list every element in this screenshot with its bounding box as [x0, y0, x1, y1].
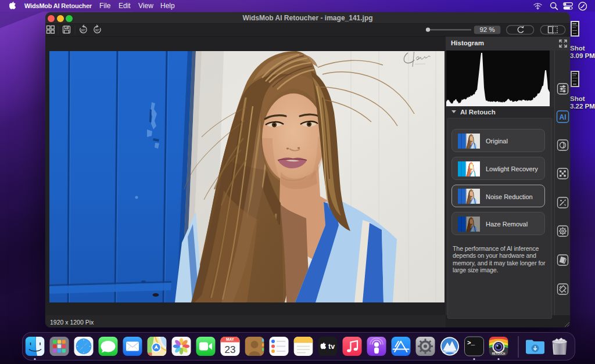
- svg-text:AI: AI: [560, 113, 567, 121]
- svg-text:>_: >_: [467, 340, 475, 347]
- svg-text:RETOUCH: RETOUCH: [492, 352, 506, 355]
- svg-text:90°: 90°: [95, 28, 100, 32]
- svg-text:23: 23: [225, 344, 236, 355]
- svg-text:MAY: MAY: [226, 337, 235, 341]
- svg-text:92 %: 92 %: [479, 26, 494, 33]
- svg-text:90°: 90°: [81, 28, 86, 32]
- svg-text:tv: tv: [328, 343, 335, 351]
